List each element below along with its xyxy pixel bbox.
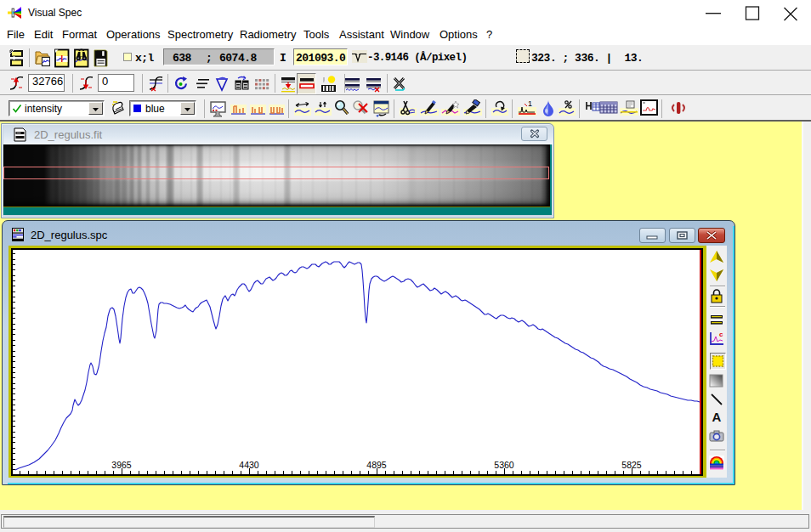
svg-text:5360: 5360 bbox=[494, 460, 514, 470]
svg-text:1: 1 bbox=[528, 99, 532, 108]
svg-text:4895: 4895 bbox=[366, 460, 387, 470]
svg-text:c: c bbox=[719, 331, 723, 338]
svg-text:5825: 5825 bbox=[621, 460, 642, 470]
svg-text:4430: 4430 bbox=[239, 460, 259, 470]
svg-text:3965: 3965 bbox=[111, 460, 132, 470]
svg-text:A: A bbox=[712, 410, 722, 424]
